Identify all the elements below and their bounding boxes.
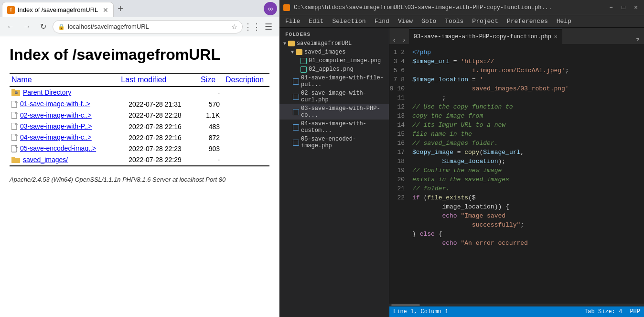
browser-profile[interactable]: ∞ [264, 2, 277, 15]
file-icon [293, 109, 299, 115]
menu-item-file[interactable]: File [281, 17, 304, 26]
folders-label: FOLDERS [279, 28, 389, 39]
dir-size: 570 [199, 98, 224, 109]
editor-tab-close-button[interactable]: ✕ [554, 33, 558, 40]
col-name-link[interactable]: Name [11, 76, 32, 84]
dir-desc [224, 110, 269, 121]
status-position: Line 1, Column 1 [393, 308, 448, 315]
dir-size: - [199, 154, 224, 166]
menu-button[interactable]: ☰ [262, 20, 275, 33]
browser-favicon: f [7, 6, 15, 14]
menu-item-selection[interactable]: Selection [328, 17, 369, 26]
editor-tab-label: 03-save-image-with-PHP-copy-function.php [414, 33, 551, 40]
lock-icon: 🔒 [58, 23, 65, 30]
dir-desc [224, 154, 269, 166]
dir-entry-link[interactable]: 05-save-encoded-imag..> [20, 144, 96, 152]
extensions-button[interactable]: ⋮⋮ [246, 20, 259, 33]
menu-item-goto[interactable]: Goto [418, 17, 440, 26]
folder-icon [296, 49, 302, 55]
menu-item-tools[interactable]: Tools [441, 17, 467, 26]
sidebar-item-img1[interactable]: 01_computer_image.png [279, 56, 389, 65]
sidebar-item-img2[interactable]: 02_apples.png [279, 65, 389, 74]
col-modified-link[interactable]: Last modified [121, 76, 166, 84]
address-bar[interactable]: 🔒 localhost/saveimagefromURL ☆ [53, 20, 243, 33]
back-button[interactable]: ← [4, 20, 17, 33]
editor-tabs: ‹ › 03-save-image-with-PHP-copy-function… [389, 28, 644, 44]
dir-modified: 2022-07-28 22:23 [119, 143, 199, 154]
menu-item-help[interactable]: Help [553, 17, 575, 26]
sidebar-item-file1[interactable]: 01-save-image-with-file-put... [279, 74, 389, 89]
menu-item-preferences[interactable]: Preferences [503, 17, 552, 26]
folder-saved-images-label: saved_images [304, 49, 345, 55]
browser-tab-bar: f Index of /saveimagefromURL ✕ + ∞ [0, 0, 279, 17]
scrollbar-thumb[interactable] [391, 304, 420, 306]
menu-item-find[interactable]: Find [371, 17, 393, 26]
new-tab-button[interactable]: + [118, 4, 123, 13]
browser-pane: f Index of /saveimagefromURL ✕ + ∞ ← → ↻… [0, 0, 279, 317]
menu-item-project[interactable]: Project [468, 17, 502, 26]
dir-desc [224, 98, 269, 109]
dir-entry-link[interactable]: Parent Directory [23, 88, 71, 96]
menu-item-view[interactable]: View [394, 17, 417, 26]
minimize-button[interactable]: − [607, 3, 615, 12]
editor-tab-active[interactable]: 03-save-image-with-PHP-copy-function.php… [409, 29, 562, 44]
col-size-link[interactable]: Size [201, 76, 215, 84]
dir-size: 903 [199, 143, 224, 154]
sidebar-file-label: 03-save-image-with-PHP-co... [301, 105, 385, 119]
chevron-down-icon: ▼ [291, 50, 294, 55]
editor-tab-dropdown[interactable]: ▿ [632, 34, 644, 44]
dir-desc [224, 132, 269, 143]
tab-next-button[interactable]: › [399, 36, 408, 44]
dir-desc [224, 87, 269, 99]
code-area: ‹ › 03-save-image-with-PHP-copy-function… [389, 28, 644, 317]
code-content[interactable]: <?php $image_url = 'https:// i.imgur.com… [407, 44, 644, 304]
editor-favicon [283, 4, 290, 11]
dir-modified: 2022-07-28 22:28 [119, 110, 199, 121]
col-desc-link[interactable]: Description [225, 76, 264, 84]
sidebar-item-file5[interactable]: 05-save-encoded-image.php [279, 135, 389, 150]
image-icon [301, 58, 307, 64]
bookmark-icon[interactable]: ☆ [231, 23, 237, 31]
dir-entry-link[interactable]: 02-save-image-with-c..> [20, 111, 92, 119]
sidebar-item-file3[interactable]: 03-save-image-with-PHP-co... [279, 104, 389, 120]
file-icon [293, 78, 299, 85]
sidebar-file-label: 05-save-encoded-image.php [301, 136, 385, 149]
dir-entry-link[interactable]: 01-save-image-with-f..> [20, 100, 90, 108]
sidebar-folder-root[interactable]: ▼ saveimagefromURL [279, 39, 389, 48]
browser-tab[interactable]: f Index of /saveimagefromURL ✕ [2, 2, 114, 17]
editor-titlebar: C:\xampp\htdocs\saveimagefromURL\03-save… [279, 0, 644, 15]
sidebar-item-file4[interactable]: 04-save-image-with-custom... [279, 120, 389, 135]
dir-size: 872 [199, 132, 224, 143]
chevron-down-icon: ▼ [283, 41, 286, 46]
maximize-button[interactable]: □ [619, 3, 628, 12]
sidebar-file-label: 01-save-image-with-file-put... [301, 75, 385, 88]
svg-rect-15 [11, 157, 15, 159]
sidebar-file-label: 04-save-image-with-custom... [301, 120, 385, 134]
directory-table: Name Last modified Size Description Pare… [10, 73, 269, 166]
menu-item-edit[interactable]: Edit [305, 17, 327, 26]
sidebar-file-label: 02-save-image-with-curl.php [301, 90, 385, 103]
dir-desc [224, 143, 269, 154]
dir-entry-link[interactable]: saved_images/ [23, 156, 68, 164]
table-row: Parent Directory- [10, 87, 269, 99]
dir-size: 1.1K [199, 110, 224, 121]
browser-nav-bar: ← → ↻ 🔒 localhost/saveimagefromURL ☆ ⋮⋮ … [0, 17, 279, 36]
sidebar-folder-saved-images[interactable]: ▼ saved_images [279, 48, 389, 56]
close-button[interactable]: ✕ [632, 3, 640, 12]
status-tabsize: Tab Size: 4 [584, 308, 622, 315]
code-scroll[interactable]: 1 2 3 4 5 6 7 8 9 10 11 12 13 14 15 16 1… [389, 44, 644, 304]
file-icon [293, 140, 299, 146]
tab-prev-button[interactable]: ‹ [389, 36, 399, 44]
dir-entry-link[interactable]: 03-save-image-with-P..> [20, 122, 92, 130]
dir-modified: 2022-07-28 22:16 [119, 132, 199, 143]
file-icon [293, 94, 299, 100]
sidebar-item-file2[interactable]: 02-save-image-with-curl.php [279, 89, 389, 104]
editor-title: C:\xampp\htdocs\saveimagefromURL\03-save… [294, 4, 603, 11]
tab-close-button[interactable]: ✕ [103, 6, 108, 14]
reload-button[interactable]: ↻ [36, 20, 50, 33]
dir-entry-link[interactable]: 04-save-image-with-c..> [20, 133, 92, 141]
table-row: 02-save-image-with-c..>2022-07-28 22:281… [10, 110, 269, 121]
forward-button[interactable]: → [20, 20, 33, 33]
editor-pane: C:\xampp\htdocs\saveimagefromURL\03-save… [279, 0, 644, 317]
svg-rect-1 [11, 89, 15, 91]
